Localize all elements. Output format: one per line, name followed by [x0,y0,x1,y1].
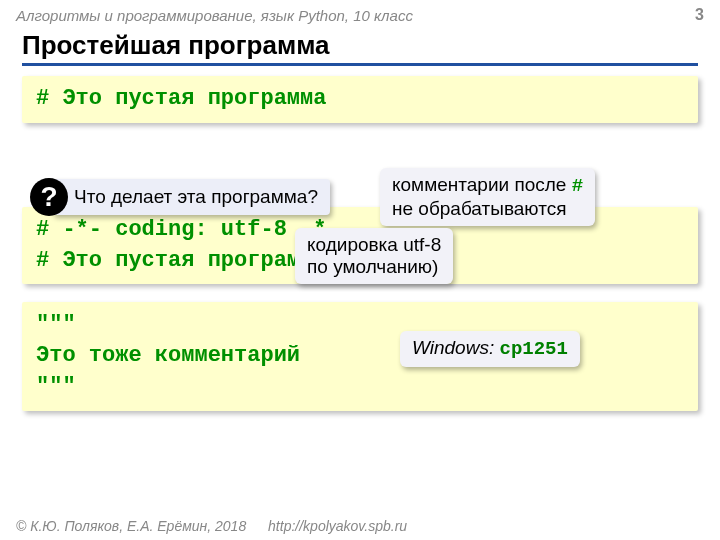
page-title: Простейшая программа [22,30,698,66]
slide-content: # Это пустая программа ? Что делает эта … [0,76,720,516]
page-number: 3 [695,6,704,24]
copyright: © К.Ю. Поляков, Е.А. Ерёмин, 2018 [16,518,246,534]
question-callout: ? Что делает эта программа? [30,178,330,216]
callout-comments: комментарии после # не обрабатываются [380,168,595,226]
callout-line: кодировка utf-8 [307,234,441,255]
windows-encoding: cp1251 [499,338,567,360]
code-line: # Это пустая программа [36,86,326,111]
slide-header: Алгоритмы и программирование, язык Pytho… [0,0,720,28]
callout-line: по умолчанию) [307,256,438,277]
question-icon: ? [30,178,68,216]
callout-encoding: кодировка utf-8 по умолчанию) [295,228,453,284]
slide-footer: © К.Ю. Поляков, Е.А. Ерёмин, 2018 http:/… [16,518,407,534]
code-block-empty-program: # Это пустая программа [22,76,698,123]
code-line: Это тоже комментарий [36,341,684,372]
windows-label: Windows: [412,337,494,358]
hash-symbol: # [572,175,583,197]
code-block-docstring: """ Это тоже комментарий """ [22,302,698,410]
code-line: """ [36,310,684,341]
course-name: Алгоритмы и программирование, язык Pytho… [16,7,413,24]
callout-text: комментарии после [392,174,572,195]
question-text: Что делает эта программа? [52,179,330,215]
footer-url: http://kpolyakov.spb.ru [268,518,407,534]
code-line: """ [36,372,684,403]
callout-text: не обрабатываются [392,198,566,219]
callout-windows: Windows: cp1251 [400,331,580,367]
